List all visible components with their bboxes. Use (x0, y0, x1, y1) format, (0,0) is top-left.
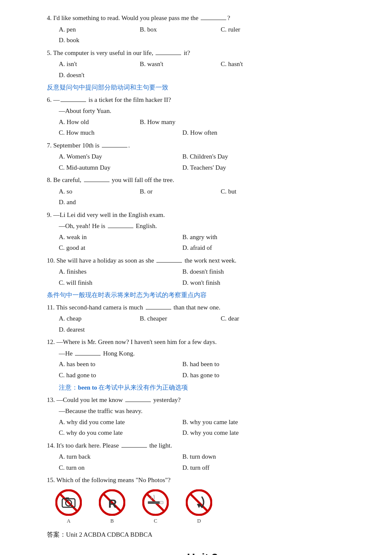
q5-optC: C. hasn't (221, 59, 297, 70)
q5-optB: B. wasn't (140, 59, 216, 70)
q12-optC: C. had gone to (59, 370, 178, 381)
question-14: 14. It's too dark here. Please the light… (47, 440, 358, 474)
q6-optB: B. How many (140, 117, 259, 128)
q9-blank (108, 228, 133, 228)
q14-blank (121, 447, 147, 448)
q4-text: 4. I'd like something to read. Would you… (47, 13, 358, 24)
q11-text: 11. This second-hand camera is much than… (47, 302, 358, 313)
q12-text: 12. —Where is Mr. Green now? I haven't s… (47, 337, 358, 348)
question-13: 13. —Could you let me know yesterday? —B… (47, 395, 358, 439)
q11-optA: A. cheap (59, 313, 135, 324)
q10-optC: C. will finish (59, 278, 178, 289)
q5-optD: D. doesn't (59, 70, 135, 81)
q4-optA: A. pen (59, 24, 135, 35)
q8-optC: C. but (221, 186, 297, 197)
q12-note-prefix: 注意： (59, 384, 78, 391)
q9-sub: —Oh, yeah! He is English. (59, 221, 358, 232)
q4-blank (201, 20, 226, 20)
svg-rect-4 (66, 497, 69, 499)
q5-blank (156, 55, 181, 55)
q9-optB: B. angry with (182, 232, 259, 243)
answer-line: 答案：Unit 2 ACBDA CDBCA BDBCA (47, 529, 358, 541)
question-8: 8. Be careful, you will fall off the tre… (47, 175, 358, 208)
q12-optB: B. had been to (182, 359, 259, 370)
sign-d: D (186, 489, 212, 525)
question-12: 12. —Where is Mr. Green now? I haven't s… (47, 337, 358, 393)
question-6: 6. — is a ticket for the film hacker II?… (47, 95, 358, 139)
q13-blank (125, 402, 151, 402)
signs-row: A R B C (55, 489, 358, 525)
q9-optD: D. afraid of (182, 243, 259, 254)
q13-options: A. why did you come late B. why you came… (59, 417, 358, 439)
q12-optA: A. has been to (59, 359, 178, 370)
q6-optC: C. How much (59, 127, 178, 139)
q11-optD: D. dearest (59, 324, 135, 335)
question-9: 9. —Li Lei did very well in the English … (47, 210, 358, 254)
q11-optC: C. dear (221, 313, 297, 324)
q10-text: 10. She will have a holiday as soon as s… (47, 255, 358, 266)
q13-text: 13. —Could you let me know yesterday? (47, 395, 358, 406)
question-7: 7. September 10th is . A. Women's Day B.… (47, 140, 358, 173)
q14-optB: B. turn down (182, 451, 259, 462)
sign-b: R B (99, 489, 125, 525)
q12-note-suffix: 在考试中从来没有作为正确选项 (97, 384, 188, 391)
q8-blank (84, 182, 110, 182)
unit3-title: Unit 3 (47, 548, 358, 555)
q10-optD: D. won't finish (182, 278, 259, 289)
sign-c-icon (142, 489, 169, 516)
q14-options: A. turn back B. turn down C. turn on D. … (59, 451, 358, 473)
q7-options: A. Women's Day B. Children's Day C. Mid-… (59, 151, 358, 173)
q11-options: A. cheap B. cheaper C. dear D. dearest (59, 313, 358, 335)
q5-options: A. isn't B. wasn't C. hasn't D. doesn't (59, 59, 358, 81)
q14-optD: D. turn off (182, 462, 259, 474)
q12-blank (75, 355, 101, 356)
q9-optC: C. good at (59, 243, 178, 254)
sign-d-icon (186, 489, 212, 516)
q12-sub: —He Hong Kong. (59, 348, 358, 359)
q4-options: A. pen B. box C. ruler D. book (59, 24, 358, 46)
sign-a-label: A (67, 517, 71, 525)
sign-c-label: C (154, 517, 157, 525)
q13-sub: —Because the traffic was heavy. (59, 406, 358, 417)
q8-text: 8. Be careful, you will fall off the tre… (47, 175, 358, 186)
question-15: 15. Which of the following means "No Pho… (47, 475, 358, 525)
q8-optA: A. so (59, 186, 135, 197)
q6-options: A. How old B. How many C. How much D. Ho… (59, 117, 358, 139)
question-5: 5. The computer is very useful in our li… (47, 48, 358, 93)
q6-sub: —About forty Yuan. (59, 106, 358, 117)
question-4: 4. I'd like something to read. Would you… (47, 13, 358, 46)
q10-optA: A. finishes (59, 266, 178, 278)
sign-d-label: D (197, 517, 201, 525)
q14-optA: A. turn back (59, 451, 178, 462)
q11-blank (146, 309, 171, 309)
q7-text: 7. September 10th is . (47, 140, 358, 151)
q12-note: 注意：been to 在考试中从来没有作为正确选项 (59, 382, 358, 393)
q13-optA: A. why did you come late (59, 417, 178, 428)
q6-text: 6. — is a ticket for the film hacker II? (47, 95, 358, 106)
sign-b-icon: R (99, 489, 125, 516)
q9-options: A. weak in B. angry with C. good at D. a… (59, 232, 358, 254)
q5-optA: A. isn't (59, 59, 135, 70)
q12-options: A. has been to B. had been to C. had gon… (59, 359, 358, 381)
svg-text:R: R (108, 497, 117, 510)
q14-text: 14. It's too dark here. Please the light… (47, 440, 358, 451)
q7-optB: B. Children's Day (182, 151, 259, 162)
sign-b-label: B (110, 517, 114, 525)
q14-optC: C. turn on (59, 462, 178, 474)
q6-optD: D. How often (182, 127, 259, 139)
q7-blank (102, 147, 127, 147)
q8-options: A. so B. or C. but D. and (59, 186, 358, 208)
q13-optC: C. why do you come late (59, 428, 178, 439)
q9-text: 9. —Li Lei did very well in the English … (47, 210, 358, 221)
q15-text: 15. Which of the following means "No Pho… (47, 475, 358, 486)
q9-optA: A. weak in (59, 232, 178, 243)
q6-optA: A. How old (59, 117, 135, 128)
q10-blank (156, 262, 182, 263)
q10-optB: B. doesn't finish (182, 266, 259, 278)
sign-c: C (142, 489, 169, 525)
q6-blank (61, 101, 86, 102)
answer-text: 答案：Unit 2 ACBDA CDBCA BDBCA (47, 531, 153, 538)
q8-optB: B. or (140, 186, 216, 197)
q13-optD: D. why you come late (182, 428, 259, 439)
svg-rect-10 (148, 501, 160, 504)
